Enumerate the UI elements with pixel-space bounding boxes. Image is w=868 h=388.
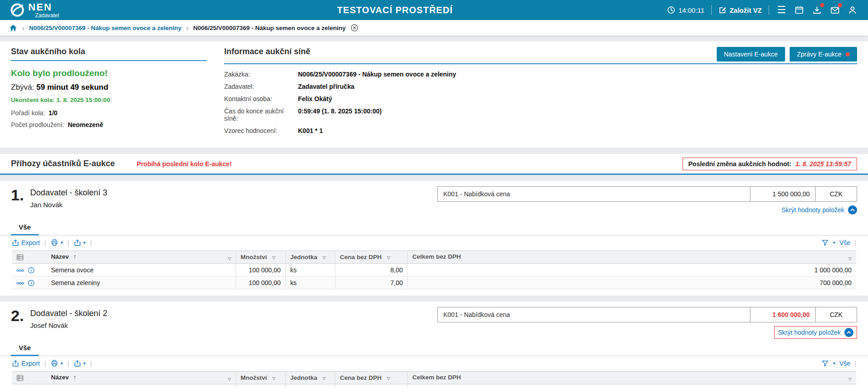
close-icon[interactable] bbox=[350, 24, 359, 32]
round-panel-title: Stav aukčního kola bbox=[11, 47, 207, 61]
items-table: Název ↑ ▽ Množství ▽ Jednotka ▽ Cena bez… bbox=[12, 250, 856, 289]
column-header-name[interactable]: Název ↑ ▽ bbox=[46, 372, 236, 384]
show-all-link[interactable]: Vše bbox=[839, 360, 850, 367]
brand-name: NEN bbox=[28, 2, 59, 12]
last-change-label: Poslední změna aukčních hodnot: bbox=[688, 160, 791, 168]
hide-item-values-toggle[interactable]: Skrýt hodnoty položek bbox=[774, 326, 857, 339]
tabs-bar: Vše bbox=[0, 221, 868, 235]
calendar-icon[interactable] bbox=[794, 5, 805, 15]
print-button[interactable]: ▾ bbox=[51, 239, 63, 246]
messages-icon[interactable] bbox=[829, 5, 840, 15]
tab-all[interactable]: Vše bbox=[11, 342, 39, 356]
filter-triangle-icon[interactable]: ▽ bbox=[228, 377, 231, 382]
info-row-contract: Zakázka: N006/25/V00007369 - Nákup semen… bbox=[224, 71, 857, 78]
filter-triangle-icon[interactable]: ▽ bbox=[228, 256, 231, 261]
menu-icon[interactable]: ☰ bbox=[776, 5, 787, 15]
row-actions-icon[interactable] bbox=[16, 269, 24, 272]
show-all-link[interactable]: Vše bbox=[839, 239, 850, 246]
sort-asc-icon[interactable]: ↑ bbox=[73, 374, 77, 381]
column-settings-icon[interactable] bbox=[12, 372, 46, 384]
caret-down-icon: ▾ bbox=[83, 361, 86, 366]
toolbar-separator: | bbox=[44, 239, 46, 246]
filter-triangle-icon[interactable]: ▽ bbox=[272, 376, 276, 381]
column-header-unit[interactable]: Jednotka ▽ bbox=[286, 372, 335, 384]
toolbar-separator: | bbox=[44, 360, 46, 367]
server-clock: 14:00:11 bbox=[667, 6, 704, 14]
info-row-hall-end-time: Čas do konce aukční síně: 0:59:49 (1. 8.… bbox=[224, 107, 857, 122]
hide-item-values-link[interactable]: Skrýt hodnoty položek bbox=[781, 206, 844, 214]
chevron-up-icon[interactable] bbox=[848, 205, 857, 214]
column-header-name[interactable]: Název ↑ ▽ bbox=[46, 251, 236, 264]
export-options-button[interactable]: ▾ bbox=[74, 239, 86, 246]
info-label: Kontaktní osoba: bbox=[224, 95, 298, 102]
item-quantity: 100 000,00 bbox=[236, 264, 286, 276]
bid-criterion-label: K001 - Nabídková cena bbox=[438, 307, 750, 322]
eauction-messages-button[interactable]: Zprávy E-aukce bbox=[790, 47, 857, 61]
downloads-icon[interactable] bbox=[812, 5, 822, 15]
column-header-unit[interactable]: Jednotka ▽ bbox=[286, 251, 335, 264]
breadcrumb-item-2[interactable]: N006/25/V00007369 - Nákup semen ovoce a … bbox=[193, 25, 346, 31]
environment-title: TESTOVACÍ PROSTŘEDÍ bbox=[337, 5, 453, 15]
export-label: Export bbox=[21, 360, 40, 367]
info-label: Zakázka: bbox=[224, 71, 298, 78]
bid-criterion-label: K001 - Nabídková cena bbox=[438, 187, 750, 201]
item-unit: ks bbox=[286, 384, 335, 388]
filter-triangle-icon[interactable]: ▽ bbox=[387, 255, 390, 260]
column-header-unit-price[interactable]: Cena bez DPH ▽ bbox=[335, 372, 408, 384]
eauction-settings-button[interactable]: Nastavení E-aukce bbox=[717, 47, 785, 61]
create-vz-button[interactable]: Založit VZ bbox=[719, 6, 762, 14]
row-info-icon[interactable] bbox=[28, 280, 35, 286]
print-button[interactable]: ▾ bbox=[51, 359, 63, 367]
hide-item-values-toggle[interactable]: Skrýt hodnoty položek bbox=[781, 205, 857, 214]
filter-icon[interactable] bbox=[822, 239, 829, 246]
extension-value: Neomezeně bbox=[68, 121, 103, 128]
pencil-icon bbox=[719, 6, 726, 14]
caret-down-icon: ▾ bbox=[61, 361, 63, 366]
info-label: Čas do konce aukční síně: bbox=[224, 107, 298, 122]
column-header-total[interactable]: Celkem bez DPH ▽ bbox=[408, 251, 857, 264]
row-actions-icon[interactable] bbox=[16, 282, 24, 285]
column-header-total[interactable]: Celkem bez DPH ▽ bbox=[408, 372, 857, 384]
column-label: Cena bez DPH bbox=[340, 254, 382, 260]
toolbar-separator: | bbox=[90, 239, 92, 246]
clock-time: 14:00:11 bbox=[678, 6, 704, 14]
nen-brand[interactable]: NEN Zadavatel bbox=[10, 2, 59, 18]
divider bbox=[711, 5, 712, 15]
bid-currency: CZK bbox=[816, 307, 857, 322]
caret-down-icon[interactable]: ▾ bbox=[833, 240, 835, 245]
last-change-box: Poslední změna aukčních hodnot: 1. 8. 20… bbox=[683, 158, 857, 170]
auction-hall-panel: Informace aukční síně Nastavení E-aukce … bbox=[224, 47, 857, 139]
chevron-right-icon: › bbox=[22, 24, 25, 32]
filter-triangle-icon[interactable]: ▽ bbox=[323, 376, 326, 381]
hide-item-values-link[interactable]: Skrýt hodnoty položek bbox=[778, 329, 841, 336]
home-icon[interactable] bbox=[9, 24, 17, 32]
bid-summary: K001 - Nabídková cena 1 600 000,00 CZK bbox=[437, 307, 857, 322]
filter-triangle-icon[interactable]: ▽ bbox=[848, 377, 852, 382]
column-header-quantity[interactable]: Množství ▽ bbox=[236, 372, 286, 384]
sort-asc-icon[interactable]: ↑ bbox=[73, 253, 77, 260]
export-options-button[interactable]: ▾ bbox=[74, 360, 86, 367]
breadcrumb: › N006/25/V00007369 - Nákup semen ovoce … bbox=[0, 20, 868, 36]
filter-triangle-icon[interactable]: ▽ bbox=[323, 255, 326, 260]
filter-icon[interactable] bbox=[822, 360, 829, 367]
export-button[interactable]: Export bbox=[12, 360, 40, 367]
item-total: 1 000 000,00 bbox=[408, 264, 857, 276]
column-header-quantity[interactable]: Množství ▽ bbox=[236, 251, 286, 264]
export-button[interactable]: Export bbox=[12, 239, 40, 246]
brand-role: Zadavatel bbox=[35, 13, 59, 18]
filter-triangle-icon[interactable]: ▽ bbox=[387, 376, 390, 381]
column-label: Množství bbox=[241, 254, 267, 260]
filter-triangle-icon[interactable]: ▽ bbox=[848, 256, 852, 261]
column-settings-icon[interactable] bbox=[12, 251, 46, 264]
column-header-unit-price[interactable]: Cena bez DPH ▽ bbox=[335, 251, 408, 264]
caret-down-icon[interactable]: ▾ bbox=[833, 361, 835, 366]
breadcrumb-item-1[interactable]: N006/25/V00007369 - Nákup semen ovoce a … bbox=[29, 25, 182, 31]
caret-down-icon: ▾ bbox=[83, 240, 86, 245]
chevron-up-icon[interactable] bbox=[844, 328, 853, 337]
column-label: Celkem bez DPH bbox=[412, 253, 461, 260]
row-info-icon[interactable] bbox=[28, 267, 35, 274]
filter-triangle-icon[interactable]: ▽ bbox=[272, 255, 276, 260]
user-icon[interactable] bbox=[847, 5, 858, 15]
tab-all[interactable]: Vše bbox=[11, 221, 39, 235]
create-vz-label: Založit VZ bbox=[729, 6, 762, 14]
